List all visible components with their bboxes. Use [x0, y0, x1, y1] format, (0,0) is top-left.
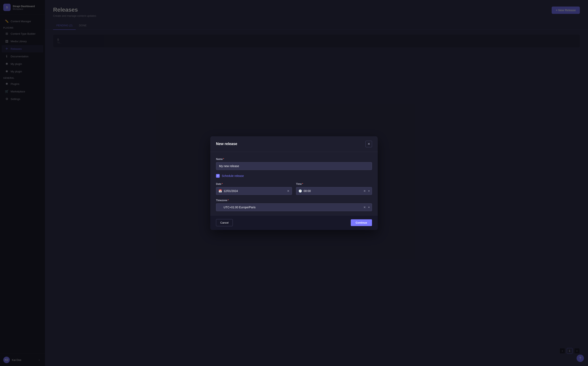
timezone-label: Timezone*	[216, 199, 372, 202]
modal-title: New release	[216, 142, 237, 146]
continue-button[interactable]: Continue	[351, 219, 372, 226]
date-input[interactable]	[216, 187, 292, 195]
modal-body: Name* ✓ Schedule release Date*	[210, 152, 378, 215]
modal-header: New release ✕	[210, 136, 378, 152]
timezone-clear-button[interactable]: ✕	[363, 205, 367, 209]
name-label: Name*	[216, 158, 372, 160]
name-required-star: *	[223, 158, 224, 160]
date-time-row: Date* 📅 ✕ Time*	[216, 183, 372, 195]
timezone-field-group: Timezone* ✕ ▾	[216, 199, 372, 211]
time-dropdown-button[interactable]: ▾	[368, 189, 370, 193]
time-field-group: Time* 🕐 ✕ ▾	[296, 183, 372, 195]
date-label: Date*	[216, 183, 292, 185]
time-clear-button[interactable]: ✕	[363, 189, 367, 193]
schedule-release-checkbox[interactable]: ✓	[216, 174, 220, 178]
date-field-group: Date* 📅 ✕	[216, 183, 292, 195]
time-required-star: *	[302, 183, 303, 185]
date-input-actions: ✕	[286, 189, 290, 193]
time-input-container: 🕐 ✕ ▾	[296, 187, 372, 195]
modal-close-button[interactable]: ✕	[365, 141, 372, 147]
time-label: Time*	[296, 183, 372, 185]
new-release-modal: New release ✕ Name* ✓ Schedule release	[210, 136, 378, 230]
date-input-container: 📅 ✕	[216, 187, 292, 195]
timezone-required-star: *	[228, 199, 229, 202]
timezone-input-actions: ✕ ▾	[363, 205, 370, 209]
modal-overlay: New release ✕ Name* ✓ Schedule release	[0, 0, 588, 366]
schedule-release-label[interactable]: Schedule release	[222, 174, 244, 177]
timezone-dropdown-button[interactable]: ▾	[368, 206, 370, 209]
schedule-release-row: ✓ Schedule release	[216, 174, 372, 178]
cancel-button[interactable]: Cancel	[216, 219, 233, 226]
date-required-star: *	[222, 183, 223, 185]
name-field-group: Name*	[216, 158, 372, 170]
name-input[interactable]	[216, 162, 372, 170]
time-input[interactable]	[296, 187, 372, 195]
timezone-input[interactable]	[216, 203, 372, 211]
timezone-input-container: ✕ ▾	[216, 203, 372, 211]
time-input-actions: ✕ ▾	[363, 189, 370, 193]
date-clear-button[interactable]: ✕	[286, 189, 290, 193]
modal-footer: Cancel Continue	[210, 215, 378, 230]
